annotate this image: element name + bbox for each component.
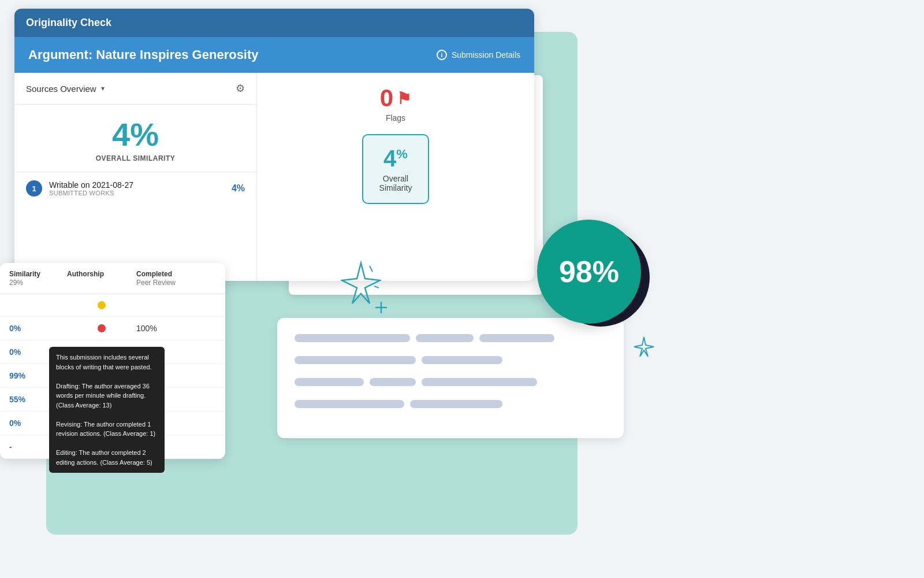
overall-label-text1: Overall <box>383 174 408 183</box>
overall-similarity-card[interactable]: 4% Overall Similarity <box>362 134 430 204</box>
table-header-row: Similarity 29% Authorship Completed Peer… <box>0 263 225 294</box>
source-info: Writable on 2021-08-27 SUBMITTED WORKS <box>49 180 225 197</box>
table-row[interactable]: 0% 100% <box>0 317 225 340</box>
th-similarity-label: Similarity <box>9 270 67 278</box>
flag-icon: ⚑ <box>397 89 411 108</box>
similarity-percent: 4% <box>26 118 245 151</box>
overall-label-line1: Overall Similarity <box>379 174 412 192</box>
th-peer-review-label: Completed <box>136 270 223 278</box>
score-badge: 98% <box>537 220 641 324</box>
row2-peer: 100% <box>136 324 223 333</box>
skeleton-line <box>295 334 410 342</box>
overall-percent-value: 4 <box>383 146 396 171</box>
th-similarity: Similarity 29% <box>9 270 67 287</box>
tooltip-drafting: Drafting: The author averaged 36 words p… <box>56 383 150 409</box>
skeleton-card <box>277 318 624 438</box>
sources-overview-dropdown[interactable]: Sources Overview ▾ <box>26 84 105 94</box>
skeleton-line <box>410 400 502 408</box>
sources-panel: Sources Overview ▾ ⚙ 4% OVERALL SIMILARI… <box>14 73 257 281</box>
skeleton-line <box>416 334 474 342</box>
assignment-bar: Argument: Nature Inspires Generosity i S… <box>14 37 534 73</box>
badge-percent: 98% <box>559 254 619 289</box>
panel-body: Sources Overview ▾ ⚙ 4% OVERALL SIMILARI… <box>14 73 534 281</box>
table-row[interactable] <box>0 294 225 317</box>
th-peer-review-sub: Peer Review <box>136 279 223 287</box>
row2-similarity: 0% <box>9 324 67 333</box>
info-icon: i <box>437 50 447 60</box>
tooltip-text1: This submission includes several blocks … <box>56 354 152 370</box>
flags-section: 0 ⚑ Flags <box>380 84 411 123</box>
settings-button[interactable]: ⚙ <box>236 82 245 95</box>
overall-percent: 4% <box>379 146 412 172</box>
overall-label-text2: Similarity <box>379 183 412 192</box>
source-percent: 4% <box>232 183 245 194</box>
authorship-dot-yellow <box>98 301 106 309</box>
tooltip-editing: Editing: The author completed 2 editing … <box>56 449 152 466</box>
skeleton-line <box>479 334 554 342</box>
skeleton-line <box>295 378 364 386</box>
flags-number: 0 <box>380 84 393 112</box>
source-type: SUBMITTED WORKS <box>49 190 225 197</box>
submission-details-label: Submission Details <box>452 50 520 60</box>
assignment-title: Argument: Nature Inspires Generosity <box>28 47 259 62</box>
submission-details-link[interactable]: i Submission Details <box>437 50 520 60</box>
overall-percent-sup: % <box>396 147 408 161</box>
skeleton-row-3 <box>295 378 606 393</box>
source-row[interactable]: 1 Writable on 2021-08-27 SUBMITTED WORKS… <box>14 172 256 205</box>
skeleton-line <box>295 356 416 364</box>
skeleton-row-1 <box>295 334 606 349</box>
panel-header: Originality Check <box>14 9 534 37</box>
th-peer-review: Completed Peer Review <box>136 270 223 287</box>
originality-panel: Originality Check Argument: Nature Inspi… <box>14 9 534 281</box>
svg-line-0 <box>370 266 372 272</box>
th-authorship-label: Authorship <box>67 270 136 278</box>
th-authorship: Authorship <box>67 270 136 287</box>
right-panel: 0 ⚑ Flags 4% Overall Similarity <box>257 73 534 281</box>
similarity-label: OVERALL SIMILARITY <box>26 154 245 162</box>
sparkle-small-icon <box>632 335 655 364</box>
sources-title-label: Sources Overview <box>26 84 96 94</box>
row2-authorship <box>67 324 136 332</box>
similarity-display: 4% OVERALL SIMILARITY <box>14 105 256 172</box>
skeleton-line <box>370 378 416 386</box>
flags-label: Flags <box>380 113 411 123</box>
source-name: Writable on 2021-08-27 <box>49 180 225 190</box>
skeleton-line <box>295 400 404 408</box>
authorship-dot-red <box>98 324 106 332</box>
flags-count: 0 ⚑ <box>380 84 411 112</box>
authorship-tooltip: This submission includes several blocks … <box>49 347 165 473</box>
chevron-down-icon: ▾ <box>101 84 105 92</box>
sources-header: Sources Overview ▾ ⚙ <box>14 73 256 105</box>
skeleton-line <box>422 378 537 386</box>
panel-title: Originality Check <box>26 17 111 28</box>
tooltip-revising: Revising: The author completed 1 revisio… <box>56 421 155 438</box>
source-number: 1 <box>26 180 42 197</box>
skeleton-line <box>422 356 502 364</box>
th-similarity-sub: 29% <box>9 279 67 287</box>
row1-authorship <box>67 301 136 309</box>
svg-line-1 <box>374 286 379 288</box>
sparkle-plus-icon <box>374 301 388 318</box>
skeleton-row-4 <box>295 400 606 415</box>
skeleton-row-2 <box>295 356 606 371</box>
